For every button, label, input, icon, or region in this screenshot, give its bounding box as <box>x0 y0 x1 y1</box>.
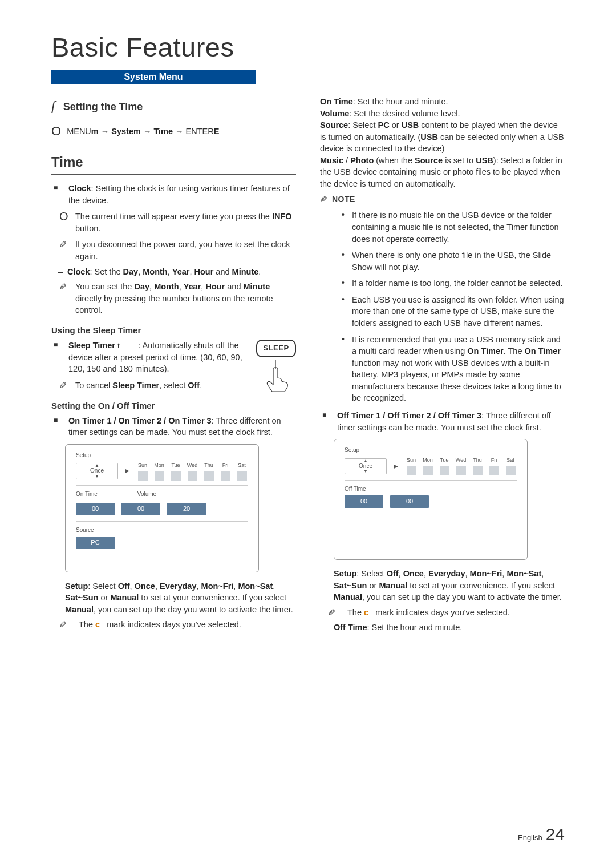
clock-item: Clock: Setting the clock is for using va… <box>51 183 296 206</box>
play-icon: ▶ <box>125 467 129 475</box>
off-time-desc: Off Time: Set the hour and minute. <box>320 622 565 634</box>
off-time-label: Off Time <box>345 485 517 493</box>
note-text: To cancel Sleep Timer, select Off. <box>75 381 202 390</box>
note-text: If you disconnect the power cord, you ha… <box>75 240 290 261</box>
setup-selector[interactable]: ▲ Once ▼ <box>76 463 118 479</box>
day-checkbox[interactable] <box>171 471 181 481</box>
source-label: Source <box>76 526 248 534</box>
on-time-hour[interactable]: 00 <box>76 503 115 515</box>
day-label: Sat <box>506 457 514 464</box>
day-checkbox[interactable] <box>506 466 516 475</box>
day-column: Fri <box>488 457 500 475</box>
on-time-minute[interactable]: 00 <box>121 503 160 515</box>
note-item: If a folder name is too long, the folder… <box>352 277 565 289</box>
footer-page: 24 <box>546 825 565 844</box>
on-setup-desc: Setup: Select Off, Once, Everyday, Mon~F… <box>51 580 296 616</box>
source-value[interactable]: PC <box>76 537 115 549</box>
day-checkbox[interactable] <box>489 466 499 475</box>
day-label: Sat <box>238 462 246 469</box>
c-mark-note-on: The c mark indicates days you've selecte… <box>51 619 296 631</box>
day-checkbox[interactable] <box>423 466 433 475</box>
day-label: Tue <box>440 457 448 464</box>
day-checkbox[interactable] <box>473 466 483 475</box>
on-timer-panel: Setup ▲ Once ▼ ▶ SunMonTueWedThuFriSat O… <box>65 444 259 572</box>
day-column: Sun <box>136 462 149 481</box>
days-row: SunMonTueWedThuFriSat <box>136 462 248 481</box>
day-checkbox[interactable] <box>204 471 214 481</box>
arrow-up-icon: ▲ <box>95 462 99 469</box>
day-checkbox[interactable] <box>237 471 247 481</box>
arrow-down-icon: ▼ <box>363 468 368 474</box>
day-column: Sat <box>236 462 248 481</box>
note-text: You can set the Day, Month, Year, Hour a… <box>75 282 273 314</box>
day-checkbox[interactable] <box>155 471 164 481</box>
days-row: SunMonTueWedThuFriSat <box>405 457 517 475</box>
setup-label: Setup <box>76 451 248 459</box>
setup-selector[interactable]: ▲ Once ▼ <box>345 458 387 474</box>
day-label: Mon <box>423 457 433 464</box>
day-checkbox[interactable] <box>221 471 230 481</box>
setting-time-header: f Setting the Time <box>51 96 296 118</box>
time-heading: Time <box>51 152 296 175</box>
day-checkbox[interactable] <box>407 466 416 475</box>
day-label: Wed <box>187 462 197 469</box>
day-column: Mon <box>153 462 165 481</box>
page-footer: English 24 <box>518 825 565 844</box>
setting-time-title: Setting the Time <box>63 100 143 115</box>
on-timer-item: On Timer 1 / On Timer 2 / On Timer 3: Th… <box>51 415 296 438</box>
setup-label: Setup <box>345 446 517 454</box>
pencil-icon: ✎ <box>320 193 327 207</box>
onoff-timer-heading: Setting the On / Off Timer <box>51 400 296 412</box>
day-label: Sun <box>407 457 416 464</box>
day-checkbox[interactable] <box>188 471 197 481</box>
left-column: f Setting the Time O MENUm → System → Ti… <box>51 96 296 634</box>
note-item: When there is only one photo file in the… <box>352 249 565 273</box>
volume-desc: Volume: Set the desired volume level. <box>320 108 565 120</box>
day-column: Thu <box>471 457 484 475</box>
day-checkbox[interactable] <box>456 466 466 475</box>
day-label: Tue <box>171 462 180 469</box>
off-setup-desc: Setup: Select Off, Once, Everyday, Mon~F… <box>320 568 565 603</box>
on-time-desc: On Time: Set the hour and minute. <box>320 96 565 108</box>
arrow-up-icon: ▲ <box>363 458 368 464</box>
day-checkbox[interactable] <box>138 471 148 481</box>
day-column: Thu <box>202 462 215 481</box>
on-time-label: On Time <box>76 490 98 498</box>
play-icon: ▶ <box>394 462 398 470</box>
day-column: Wed <box>186 462 198 481</box>
music-desc: Music / Photo (when the Source is set to… <box>320 155 565 190</box>
day-column: Tue <box>169 462 182 481</box>
sleep-button-graphic: SLEEP <box>256 340 296 392</box>
note-item: Each USB you use is assigned its own fol… <box>352 294 565 329</box>
o-symbol: O <box>51 125 61 138</box>
day-checkbox[interactable] <box>440 466 449 475</box>
day-column: Sat <box>504 457 517 475</box>
arrow-down-icon: ▼ <box>95 473 99 479</box>
nav-path-text: MENUm → System → Time → ENTERE <box>67 126 219 138</box>
menu-path: O MENUm → System → Time → ENTERE <box>51 125 296 138</box>
day-label: Thu <box>473 457 482 464</box>
day-label: Wed <box>456 457 466 464</box>
volume-label: Volume <box>137 490 156 498</box>
day-label: Mon <box>154 462 164 469</box>
source-desc: Source: Select PC or USB content to be p… <box>320 119 565 155</box>
day-column: Fri <box>219 462 232 481</box>
day-column: Wed <box>455 457 467 475</box>
clock-note-disconnect: If you disconnect the power cord, you ha… <box>51 239 296 262</box>
o-icon: O <box>59 211 68 222</box>
note-text: The c mark indicates days you've selecte… <box>79 620 241 629</box>
right-column: On Time: Set the hour and minute. Volume… <box>320 96 565 634</box>
footer-lang: English <box>518 833 542 842</box>
note-heading: ✎ NOTE <box>320 193 565 207</box>
off-time-hour[interactable]: 00 <box>345 495 383 508</box>
day-label: Fri <box>491 457 497 464</box>
clock-note-remote: You can set the Day, Month, Year, Hour a… <box>51 281 296 316</box>
sleep-button[interactable]: SLEEP <box>256 340 296 357</box>
clock-set-fields: Clock: Set the Day, Month, Year, Hour an… <box>51 266 296 278</box>
day-label: Sun <box>138 462 147 469</box>
off-timer-item: Off Timer 1 / Off Timer 2 / Off Timer 3:… <box>320 410 565 433</box>
day-column: Mon <box>422 457 434 475</box>
day-column: Tue <box>438 457 451 475</box>
on-time-volume[interactable]: 20 <box>167 503 206 515</box>
off-time-minute[interactable]: 00 <box>390 495 429 508</box>
